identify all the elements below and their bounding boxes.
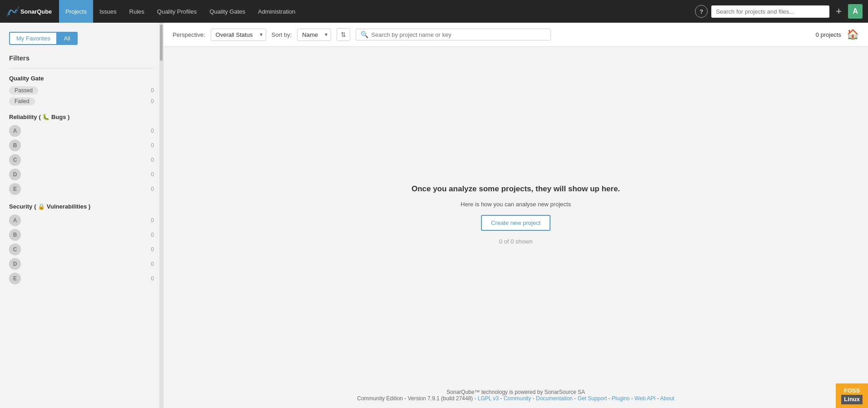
footer-link-plugins[interactable]: Plugins xyxy=(612,395,630,402)
main-panel: Perspective: Overall Status ▾ Sort by: N… xyxy=(164,23,868,408)
footer-link-lgpl[interactable]: LGPL v3 xyxy=(478,395,499,402)
security-grade-count-D: 0 xyxy=(151,261,154,267)
nav-quality-gates[interactable]: Quality Gates xyxy=(203,0,252,23)
quality-gate-title: Quality Gate xyxy=(9,75,154,82)
security-grade-count-C: 0 xyxy=(151,246,154,253)
security-grade-E[interactable]: E xyxy=(9,273,21,284)
perspective-dropdown[interactable]: Overall Status xyxy=(211,29,266,41)
sortby-dropdown-wrap: Name ▾ xyxy=(297,29,331,41)
perspective-dropdown-wrap: Overall Status ▾ xyxy=(211,29,266,41)
global-search-input[interactable] xyxy=(711,5,829,18)
reliability-grade-row: B 0 xyxy=(9,139,154,151)
projects-count: 0 projects xyxy=(816,31,841,38)
help-button[interactable]: ? xyxy=(695,5,708,18)
security-filter: Security ( 🔒 Vulnerabilities ) A 0B 0C 0… xyxy=(9,203,154,284)
sortby-label: Sort by: xyxy=(272,31,292,38)
reliability-grade-C[interactable]: C xyxy=(9,154,21,166)
scrollbar[interactable] xyxy=(159,23,163,408)
topnav: SonarQube Projects Issues Rules Quality … xyxy=(0,0,868,23)
nav-quality-profiles[interactable]: Quality Profiles xyxy=(151,0,203,23)
footer-link-support[interactable]: Get Support xyxy=(577,395,607,402)
reliability-grade-row: D 0 xyxy=(9,169,154,180)
security-grade-count-A: 0 xyxy=(151,217,154,224)
foss-linux-badge: FOSS Linux xyxy=(836,383,868,408)
project-search-wrap: 🔍 xyxy=(356,29,551,40)
security-grade-A[interactable]: A xyxy=(9,214,21,226)
passed-count: 0 xyxy=(151,87,154,94)
layout: My Favorites All Filters Quality Gate Pa… xyxy=(0,23,868,408)
security-grade-count-E: 0 xyxy=(151,275,154,282)
footer-edition: Community Edition - Version 7.9.1 (build… xyxy=(357,395,477,402)
passed-badge[interactable]: Passed xyxy=(9,86,38,95)
avatar[interactable]: A xyxy=(848,4,863,19)
reliability-grade-row: A 0 xyxy=(9,125,154,137)
security-grade-B[interactable]: B xyxy=(9,229,21,241)
reliability-grade-count-E: 0 xyxy=(151,186,154,192)
reliability-grade-row: E 0 xyxy=(9,183,154,195)
footer-link-webapi[interactable]: Web API xyxy=(635,395,655,402)
reliability-grade-A[interactable]: A xyxy=(9,125,21,137)
quality-gate-filter: Quality Gate Passed 0 Failed 0 xyxy=(9,75,154,105)
reliability-grade-count-C: 0 xyxy=(151,157,154,163)
topnav-right: ? + A xyxy=(695,4,863,19)
reliability-grade-count-A: 0 xyxy=(151,128,154,134)
nav-rules[interactable]: Rules xyxy=(123,0,151,23)
linux-text: Linux xyxy=(841,395,863,404)
home-icon[interactable]: 🏠 xyxy=(847,29,859,40)
reliability-grades: A 0B 0C 0D 0E 0 xyxy=(9,125,154,195)
create-project-button[interactable]: Create new project xyxy=(481,215,551,231)
add-button[interactable]: + xyxy=(833,5,844,17)
shown-count: 0 of 0 shown xyxy=(499,238,533,245)
project-search-input[interactable] xyxy=(371,31,546,38)
security-grade-row: A 0 xyxy=(9,214,154,226)
reliability-grade-count-B: 0 xyxy=(151,142,154,149)
filters-heading: Filters xyxy=(9,54,154,62)
all-button[interactable]: All xyxy=(56,32,77,45)
security-grade-row: B 0 xyxy=(9,229,154,241)
nav-links: Projects Issues Rules Quality Profiles Q… xyxy=(59,0,302,23)
empty-subtitle: Here is how you can analyse new projects xyxy=(461,201,571,208)
passed-filter-row: Passed 0 xyxy=(9,86,154,95)
reliability-grade-D[interactable]: D xyxy=(9,169,21,180)
security-grade-C[interactable]: C xyxy=(9,244,21,255)
footer-link-community[interactable]: Community xyxy=(504,395,531,402)
footer-links: Community Edition - Version 7.9.1 (build… xyxy=(173,395,859,402)
security-grade-row: D 0 xyxy=(9,258,154,270)
failed-count: 0 xyxy=(151,98,154,104)
toolbar: Perspective: Overall Status ▾ Sort by: N… xyxy=(164,23,868,47)
security-grade-row: E 0 xyxy=(9,273,154,284)
perspective-label: Perspective: xyxy=(173,31,205,38)
bug-icon: ( 🐛 Bugs ) xyxy=(39,114,69,120)
nav-projects[interactable]: Projects xyxy=(59,0,93,23)
empty-title: Once you analyze some projects, they wil… xyxy=(412,184,620,194)
security-grade-D[interactable]: D xyxy=(9,258,21,270)
my-favorites-button[interactable]: My Favorites xyxy=(9,32,56,45)
reliability-title: Reliability ( 🐛 Bugs ) xyxy=(9,114,154,120)
lock-icon: ( 🔒 Vulnerabilities ) xyxy=(34,203,90,210)
project-search-icon: 🔍 xyxy=(361,31,368,38)
footer-link-about[interactable]: About xyxy=(660,395,674,402)
sortby-dropdown[interactable]: Name xyxy=(297,29,331,41)
security-title: Security ( 🔒 Vulnerabilities ) xyxy=(9,203,154,210)
security-grades: A 0B 0C 0D 0E 0 xyxy=(9,214,154,284)
reliability-grade-row: C 0 xyxy=(9,154,154,166)
reliability-grade-count-D: 0 xyxy=(151,171,154,178)
footer: SonarQube™ technology is powered by Sona… xyxy=(164,383,868,408)
nav-administration[interactable]: Administration xyxy=(252,0,302,23)
sidebar: My Favorites All Filters Quality Gate Pa… xyxy=(0,23,164,408)
nav-issues[interactable]: Issues xyxy=(93,0,123,23)
security-grade-row: C 0 xyxy=(9,244,154,255)
fav-all-toggle: My Favorites All xyxy=(9,32,154,45)
reliability-filter: Reliability ( 🐛 Bugs ) A 0B 0C 0D 0E 0 xyxy=(9,114,154,195)
footer-link-documentation[interactable]: Documentation xyxy=(536,395,573,402)
svg-text:SonarQube: SonarQube xyxy=(20,9,52,15)
reliability-grade-E[interactable]: E xyxy=(9,183,21,195)
empty-state: Once you analyze some projects, they wil… xyxy=(164,47,868,383)
security-grade-count-B: 0 xyxy=(151,232,154,238)
failed-badge[interactable]: Failed xyxy=(9,97,35,105)
footer-powered-by: SonarQube™ technology is powered by Sona… xyxy=(173,389,859,395)
reliability-grade-B[interactable]: B xyxy=(9,139,21,151)
logo[interactable]: SonarQube xyxy=(5,5,55,18)
sort-direction-button[interactable]: ⇅ xyxy=(337,28,350,41)
failed-filter-row: Failed 0 xyxy=(9,97,154,105)
